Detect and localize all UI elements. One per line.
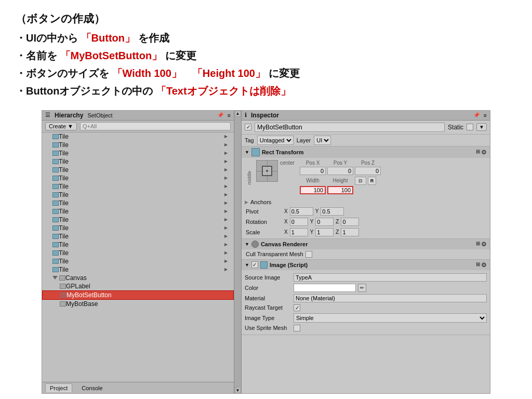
- component-settings-icon[interactable]: ⚙: [481, 149, 487, 156]
- scale-x-input[interactable]: [290, 228, 308, 236]
- eyedropper-btn[interactable]: ✏: [358, 284, 366, 292]
- list-item[interactable]: Tile ▶: [42, 191, 234, 199]
- tile-icon: [52, 209, 59, 214]
- project-tab[interactable]: Project: [45, 383, 72, 392]
- list-item[interactable]: Tile ▶: [42, 249, 234, 257]
- scroll-up-btn[interactable]: ▲: [235, 111, 241, 117]
- color-row: Color ✏: [245, 283, 487, 293]
- canvas-renderer-collapse-icon: ▼: [245, 242, 249, 247]
- list-item[interactable]: Tile ▶: [42, 132, 234, 141]
- canvas-renderer-icons: ⊞ ⚙: [476, 241, 487, 248]
- inspector-pin-icon: 📌: [473, 112, 480, 118]
- pivot-x-input[interactable]: [290, 207, 313, 216]
- list-item[interactable]: Tile ▶: [42, 174, 234, 182]
- raycast-row: Raycast Target ✓: [245, 303, 487, 312]
- pos-z-input[interactable]: [355, 167, 381, 175]
- list-item[interactable]: Tile ▶: [42, 182, 234, 191]
- anchors-row: ▶ Anchors: [242, 198, 490, 206]
- component-reference-icon[interactable]: ⊞: [476, 149, 480, 156]
- canvas-renderer-settings-icon[interactable]: ⚙: [481, 241, 487, 248]
- source-image-input[interactable]: [294, 273, 487, 282]
- r-btn[interactable]: R: [368, 177, 376, 185]
- hierarchy-search[interactable]: [80, 122, 231, 130]
- image-script-header[interactable]: ▼ ✓ Image (Script) ⊞ ⚙: [242, 260, 490, 270]
- scale-y-input[interactable]: [315, 228, 334, 236]
- console-tab[interactable]: Console: [77, 384, 107, 392]
- layer-label: Layer: [297, 137, 311, 143]
- list-item[interactable]: Tile ▶: [42, 199, 234, 207]
- list-item[interactable]: Tile ▶: [42, 257, 234, 265]
- unity-editor: ☰ Hierarchy SetObject 📌 ≡ Create ▼ Tile …: [42, 110, 490, 394]
- pivot-y-input[interactable]: [321, 207, 344, 216]
- anchors-collapse-icon[interactable]: ▶: [245, 200, 248, 205]
- tile-icon: [52, 259, 59, 264]
- list-item[interactable]: Tile ▶: [42, 241, 234, 249]
- tile-icon: [52, 242, 59, 247]
- height-input[interactable]: [327, 186, 353, 194]
- hierarchy-scrollbar[interactable]: ▲ ▼: [234, 111, 242, 393]
- rect-transform-header[interactable]: ▼ Rect Transform ⊞ ⚙: [242, 147, 490, 158]
- scale-z-input[interactable]: [341, 228, 359, 236]
- item-expand-icon: ▶: [222, 175, 230, 182]
- mybotsetbutton-item[interactable]: MyBotSetButton: [42, 290, 234, 300]
- image-script-reference-icon[interactable]: ⊞: [476, 261, 480, 269]
- canvas-renderer-section: ▼ Canvas Renderer ⊞ ⚙ Cull Transparent M…: [242, 239, 490, 260]
- list-item[interactable]: Tile ▶: [42, 157, 234, 166]
- pos-header-row: center Pos X Pos Y Pos Z: [280, 160, 487, 166]
- tag-dropdown[interactable]: Untagged: [257, 136, 294, 145]
- gplabel-item[interactable]: GPLabel: [42, 282, 234, 290]
- tile-icon: [52, 250, 59, 256]
- image-script-enabled-checkbox[interactable]: ✓: [251, 261, 258, 268]
- item-expand-icon: ▶: [222, 249, 230, 257]
- image-type-row: Image Type Simple Sliced Tiled Filled: [245, 312, 487, 324]
- middle-side-label: middle: [245, 160, 254, 196]
- rotation-x-input[interactable]: [290, 218, 308, 226]
- scale-y-label: Y: [310, 229, 314, 235]
- list-item[interactable]: Tile ▶: [42, 207, 234, 216]
- canvas-renderer-reference-icon[interactable]: ⊞: [476, 241, 480, 248]
- width-label: Width: [300, 178, 326, 183]
- pos-y-input[interactable]: [327, 167, 353, 175]
- use-sprite-checkbox[interactable]: [294, 325, 300, 331]
- canvas-renderer-header[interactable]: ▼ Canvas Renderer ⊞ ⚙: [242, 239, 490, 249]
- tile-icon: [52, 234, 59, 239]
- pivot-label: Pivot: [246, 208, 282, 215]
- list-item[interactable]: Tile ▶: [42, 141, 234, 149]
- material-input[interactable]: [294, 294, 487, 302]
- object-name-field[interactable]: [255, 123, 445, 132]
- cull-checkbox[interactable]: [305, 251, 312, 258]
- color-swatch[interactable]: [294, 284, 356, 292]
- scroll-down-btn[interactable]: ▼: [235, 387, 241, 393]
- list-item[interactable]: Tile ▶: [42, 232, 234, 241]
- list-item[interactable]: Tile ▶: [42, 265, 234, 274]
- list-item[interactable]: Tile ▶: [42, 216, 234, 224]
- constrain-btn[interactable]: ⊟: [355, 177, 366, 185]
- tile-icon: [52, 167, 59, 172]
- anchor-center-dot: [267, 170, 268, 171]
- rotation-z-input[interactable]: [341, 218, 359, 226]
- raycast-checkbox[interactable]: ✓: [294, 304, 300, 311]
- width-input[interactable]: [300, 186, 326, 194]
- image-type-dropdown[interactable]: Simple Sliced Tiled Filled: [294, 313, 487, 323]
- rect-transform-body: middle: [242, 158, 490, 198]
- create-button[interactable]: Create ▼: [45, 122, 77, 130]
- image-script-title: Image (Script): [270, 262, 474, 268]
- canvas-item[interactable]: Canvas: [42, 274, 234, 282]
- list-item[interactable]: Tile ▶: [42, 224, 234, 232]
- anchor-widget[interactable]: [256, 160, 278, 182]
- static-dropdown[interactable]: ▼: [476, 123, 487, 131]
- static-checkbox[interactable]: [467, 124, 473, 130]
- canvas-renderer-title: Canvas Renderer: [261, 241, 474, 247]
- rotation-y-input[interactable]: [315, 218, 334, 226]
- mybotbase-item[interactable]: MyBotBase: [42, 300, 234, 308]
- object-active-checkbox[interactable]: ✓: [245, 124, 251, 130]
- item-expand-icon: ▶: [222, 208, 230, 215]
- list-item[interactable]: Tile ▶: [42, 149, 234, 157]
- list-item[interactable]: Tile ▶: [42, 166, 234, 174]
- component-icons: ⊞ ⚙: [476, 149, 487, 156]
- collapse-arrow-icon: ▼: [245, 150, 249, 155]
- layer-dropdown[interactable]: UI: [314, 136, 331, 145]
- inspector-panel: ℹ Inspector 📌 ≡ ✓ Static ▼ Tag Untagged …: [242, 111, 490, 393]
- pos-x-input[interactable]: [300, 167, 326, 175]
- image-script-settings-icon[interactable]: ⚙: [481, 261, 487, 269]
